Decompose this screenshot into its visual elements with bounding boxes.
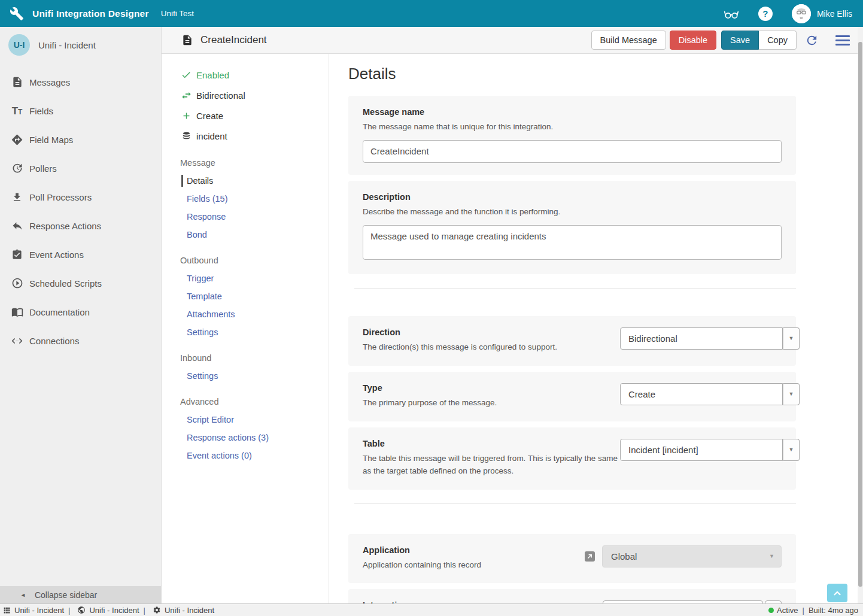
save-copy-button-group: Save Copy [721, 31, 797, 50]
statusbar-separator: | [803, 606, 804, 615]
user-avatar[interactable] [792, 4, 811, 23]
copy-button[interactable]: Copy [759, 31, 797, 50]
nav-section-message: Message [180, 154, 329, 172]
table-description: The table this message will be triggered… [363, 453, 620, 478]
app-title: Unifi Integration Designer [32, 8, 149, 19]
user-name[interactable]: Mike Ellis [817, 9, 852, 19]
sidebar-item-response-actions[interactable]: Response Actions [0, 211, 161, 240]
status-label: Enabled [196, 70, 229, 80]
nav-link-response[interactable]: Response [180, 208, 329, 226]
sidebar-item-fields[interactable]: TT Fields [0, 96, 161, 125]
menu-hamburger-icon[interactable] [835, 33, 850, 48]
details-heading: Details [348, 65, 796, 83]
table-label: Table [363, 439, 620, 448]
sidebar-item-label: Connections [29, 336, 79, 346]
fields-icon: TT [11, 105, 23, 117]
integration-header[interactable]: U-I Unifi - Incident [0, 27, 161, 63]
table-card: Table The table this message will be tri… [348, 427, 796, 490]
type-select-value[interactable]: Create [620, 383, 783, 405]
statusbar-crumb-label: Unifi - Incident [89, 606, 139, 615]
status-enabled: Enabled [180, 65, 329, 85]
message-name-label: Message name [363, 107, 782, 117]
vertical-scrollbar[interactable] [858, 27, 863, 603]
description-card: Description Describe the message and the… [348, 181, 796, 274]
sidebar-item-messages[interactable]: Messages [0, 68, 161, 96]
active-status-dot [768, 608, 774, 613]
statusbar-settings-crumb[interactable]: Unifi - Incident [153, 606, 214, 615]
message-name-card: Message name The message name that is un… [348, 96, 796, 175]
nav-link-script-editor[interactable]: Script Editor [180, 411, 329, 429]
refresh-icon[interactable] [805, 34, 819, 47]
page-header: CreateIncident Build Message Disable Sav… [162, 27, 863, 54]
section-divider [354, 288, 796, 289]
application-card: Application Application containing this … [348, 534, 796, 584]
grid-icon [3, 606, 11, 614]
table-select[interactable]: Incident [incident] ▼ [620, 439, 800, 461]
status-label: incident [196, 131, 227, 141]
direction-select[interactable]: Bidirectional ▼ [620, 327, 800, 350]
chevron-down-icon[interactable]: ▼ [783, 439, 800, 461]
nav-link-event-actions[interactable]: Event actions (0) [180, 447, 329, 465]
nav-section-advanced: Advanced [180, 393, 329, 411]
message-name-input[interactable] [363, 140, 782, 163]
sidebar-item-label: Poll Processors [29, 192, 92, 202]
sidebar-item-label: Field Maps [29, 135, 73, 145]
nav-link-details[interactable]: Details [180, 172, 329, 190]
type-description: The primary purpose of the message. [363, 397, 620, 409]
nav-link-response-actions[interactable]: Response actions (3) [180, 429, 329, 447]
integration-name: Unifi - Incident [38, 40, 96, 50]
disable-button[interactable]: Disable [670, 31, 716, 50]
status-direction: Bidirectional [180, 85, 329, 105]
top-bar: Unifi Integration Designer Unifi Test ? … [0, 0, 863, 27]
application-select-disabled: Global ▼ [602, 545, 782, 568]
connections-icon [11, 335, 23, 347]
preview-glasses-icon[interactable] [722, 7, 740, 21]
reference-link-icon[interactable] [585, 551, 595, 562]
event-actions-icon [11, 248, 23, 261]
scroll-to-top-button[interactable] [827, 584, 847, 602]
direction-select-value[interactable]: Bidirectional [620, 327, 783, 350]
sidebar-item-event-actions[interactable]: Event Actions [0, 240, 161, 269]
chevron-down-icon: ▼ [769, 553, 774, 559]
sidebar-item-scheduled-scripts[interactable]: Scheduled Scripts [0, 269, 161, 298]
statusbar-globe-crumb[interactable]: Unifi - Incident [77, 606, 139, 615]
build-message-button[interactable]: Build Message [591, 31, 666, 50]
type-label: Type [363, 383, 620, 393]
nav-link-attachments[interactable]: Attachments [180, 305, 329, 323]
sidebar-item-documentation[interactable]: Documentation [0, 298, 161, 326]
nav-link-inbound-settings[interactable]: Settings [180, 367, 329, 385]
integration-card: Integration The integration this record … [348, 589, 796, 603]
statusbar-app-crumb[interactable]: Unifi - Incident [3, 606, 64, 615]
scrollbar-thumb[interactable] [858, 42, 862, 587]
sidebar-item-field-maps[interactable]: Field Maps [0, 125, 161, 154]
sidebar-item-label: Response Actions [29, 221, 101, 231]
sidebar-item-pollers[interactable]: Pollers [0, 154, 161, 183]
sidebar-item-connections[interactable]: Connections [0, 326, 161, 355]
direction-label: Direction [363, 327, 620, 337]
nav-link-fields[interactable]: Fields (15) [180, 190, 329, 208]
sidebar-menu: Messages TT Fields Field Maps Pollers [0, 68, 161, 355]
chevron-down-icon[interactable]: ▼ [783, 383, 800, 405]
collapse-sidebar-button[interactable]: ◄ Collapse sidebar [0, 586, 161, 603]
description-textarea[interactable]: Message used to manage creating incident… [363, 225, 782, 260]
application-description: Application containing this record [363, 559, 585, 572]
table-select-value[interactable]: Incident [incident] [620, 439, 783, 461]
type-select[interactable]: Create ▼ [620, 383, 800, 405]
nav-link-bond[interactable]: Bond [180, 226, 329, 244]
page-title: CreateIncident [200, 34, 267, 46]
scheduled-scripts-icon [11, 277, 23, 290]
database-icon [180, 130, 192, 142]
nav-link-outbound-settings[interactable]: Settings [180, 323, 329, 341]
plus-icon [180, 110, 192, 122]
statusbar-crumb-label: Unifi - Incident [14, 606, 64, 615]
direction-description: The direction(s) this message is configu… [363, 341, 620, 354]
main-content: Details Message name The message name th… [329, 54, 858, 603]
chevron-down-icon[interactable]: ▼ [783, 327, 800, 350]
save-button[interactable]: Save [721, 31, 759, 50]
nav-section-outbound: Outbound [180, 251, 329, 269]
nav-link-template[interactable]: Template [180, 287, 329, 305]
message-nav-panel: Enabled Bidirectional Create incident [162, 54, 329, 603]
help-icon[interactable]: ? [758, 7, 773, 21]
sidebar-item-poll-processors[interactable]: Poll Processors [0, 183, 161, 211]
nav-link-trigger[interactable]: Trigger [180, 269, 329, 287]
